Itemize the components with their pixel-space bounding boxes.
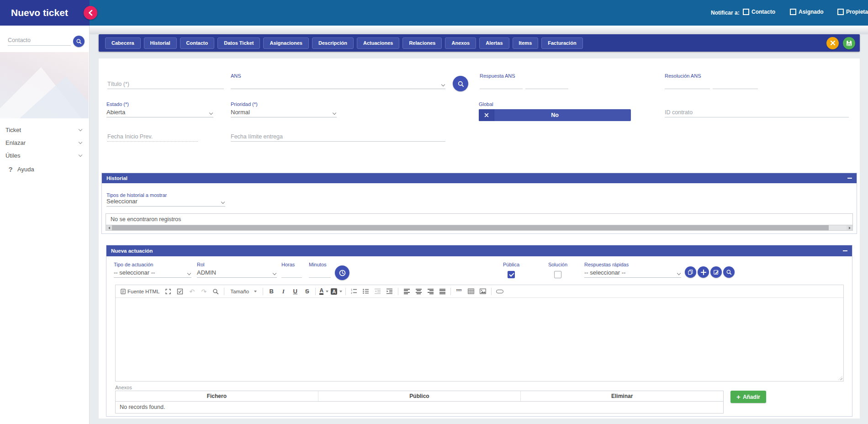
strikethrough-button[interactable]: S — [302, 286, 312, 297]
blockquote-button[interactable]: ”” — [454, 286, 464, 297]
collapse-icon[interactable] — [847, 176, 852, 180]
maximize-button[interactable] — [163, 286, 173, 297]
scrollbar-thumb[interactable] — [112, 225, 829, 230]
scroll-left-button[interactable] — [106, 225, 112, 230]
notify-contacto-option[interactable]: Contacto — [743, 9, 775, 15]
tab-datos-ticket[interactable]: Datos Ticket — [217, 37, 260, 49]
tab-contacto[interactable]: Contacto — [180, 37, 215, 49]
nueva-actuacion-header[interactable]: Nueva actuación — [106, 245, 852, 256]
tab-historial[interactable]: Historial — [144, 37, 177, 49]
contacto-checkbox[interactable] — [743, 9, 749, 15]
copy-button[interactable] — [685, 266, 696, 278]
justify-button[interactable] — [437, 286, 447, 297]
sidebar-item-ticket[interactable]: Ticket — [0, 123, 89, 136]
text-color-button[interactable]: A — [319, 286, 329, 297]
insert-image-button[interactable] — [478, 286, 488, 297]
tab-asignaciones[interactable]: Asignaciones — [263, 37, 309, 49]
sidebar-item-enlazar[interactable]: Enlazar — [0, 136, 89, 149]
prioridad-field: Prioridad (*) Normal — [231, 101, 337, 117]
select-all-button[interactable] — [175, 286, 185, 297]
titulo-input[interactable] — [107, 79, 224, 89]
sidebar-item-ayuda[interactable]: ? Ayuda — [0, 163, 89, 175]
collapse-icon[interactable] — [843, 249, 847, 253]
fecha-limite-input[interactable] — [231, 132, 445, 142]
contact-search-input[interactable] — [8, 35, 71, 46]
toolbar-separator — [224, 288, 224, 295]
horas-input[interactable] — [281, 268, 302, 278]
tab-items[interactable]: Items — [513, 37, 539, 49]
estado-select[interactable]: Abierta — [106, 107, 213, 117]
tab-facturacion[interactable]: Facturación — [541, 37, 582, 49]
insert-table-button[interactable] — [466, 286, 476, 297]
resolucion-ans-input-2[interactable] — [713, 79, 758, 89]
tab-relaciones[interactable]: Relaciones — [402, 37, 442, 49]
cancel-button[interactable] — [826, 37, 839, 49]
historial-panel-header[interactable]: Historial — [102, 173, 857, 183]
toolbar-separator — [450, 288, 451, 295]
respuesta-ans-input-1[interactable] — [480, 79, 523, 89]
undo-button[interactable]: ↶ — [187, 286, 197, 297]
contact-search-button[interactable] — [73, 36, 85, 47]
chevron-down-icon — [79, 140, 82, 143]
back-button[interactable] — [84, 6, 97, 20]
resolucion-ans-label: Resolución ANS — [665, 73, 761, 79]
bg-color-button[interactable]: A — [331, 286, 342, 297]
editor-toolbar: Fuente HTML ↶ ↷ — [116, 285, 843, 298]
id-contrato-input[interactable] — [665, 107, 849, 117]
add-attachment-button[interactable]: + Añadir — [730, 391, 766, 403]
source-button[interactable]: Fuente HTML — [118, 286, 161, 297]
publica-checkbox[interactable] — [508, 271, 515, 278]
ans-select[interactable] — [231, 79, 445, 89]
minutos-input[interactable] — [309, 268, 331, 278]
tab-anexos[interactable]: Anexos — [445, 37, 476, 49]
insert-link-button[interactable] — [495, 286, 505, 297]
align-center-button[interactable] — [413, 286, 423, 297]
horizontal-scrollbar[interactable] — [106, 225, 853, 231]
search-icon — [212, 288, 219, 295]
asignado-checkbox[interactable] — [790, 9, 796, 15]
prioridad-select[interactable]: Normal — [231, 107, 337, 117]
redo-button[interactable]: ↷ — [199, 286, 209, 297]
decrease-indent-button[interactable] — [373, 286, 383, 297]
search-actuacion-button[interactable] — [723, 266, 735, 278]
triangle-right-icon — [849, 227, 851, 229]
global-toggle[interactable]: No — [479, 109, 631, 121]
find-replace-button[interactable] — [211, 286, 221, 297]
propietario-checkbox[interactable] — [837, 9, 844, 15]
bulleted-list-button[interactable] — [361, 286, 371, 297]
fecha-inicio-input[interactable] — [107, 132, 198, 142]
historial-records: No se encontraron registros — [106, 213, 853, 231]
solucion-checkbox[interactable] — [554, 271, 561, 278]
bold-button[interactable]: B — [266, 286, 276, 297]
document-icon — [120, 288, 126, 295]
sidebar-item-utiles[interactable]: Útiles — [0, 149, 89, 162]
notify-asignado-option[interactable]: Asignado — [790, 9, 824, 15]
tab-actuaciones[interactable]: Actuaciones — [357, 37, 399, 49]
tab-alertas[interactable]: Alertas — [479, 37, 509, 49]
resize-handle[interactable] — [838, 376, 842, 380]
tab-descripcion[interactable]: Descripción — [312, 37, 354, 49]
edit-button[interactable] — [710, 266, 722, 278]
tab-cabecera[interactable]: Cabecera — [105, 37, 141, 49]
respuesta-ans-input-2[interactable] — [525, 79, 568, 89]
align-left-button[interactable] — [402, 286, 412, 297]
timer-button[interactable] — [335, 265, 349, 280]
respuestas-rapidas-select[interactable]: -- seleccionar -- — [584, 268, 681, 278]
rol-select[interactable]: ADMIN — [197, 268, 277, 278]
italic-button[interactable]: I — [278, 286, 288, 297]
tipo-actuacion-select[interactable]: -- seleccionar -- — [114, 268, 191, 278]
editor-content[interactable] — [116, 298, 843, 381]
add-actuacion-button[interactable] — [698, 266, 709, 278]
tipos-historial-select[interactable]: Seleccionar — [106, 198, 225, 207]
scroll-right-button[interactable] — [847, 225, 852, 230]
align-right-button[interactable] — [425, 286, 435, 297]
underline-button[interactable]: U — [290, 286, 300, 297]
resolucion-ans-input-1[interactable] — [665, 79, 710, 89]
save-button[interactable] — [843, 37, 855, 49]
notify-propietario-option[interactable]: Propietario — [837, 9, 868, 15]
column-publico: Público — [318, 391, 521, 401]
ans-search-button[interactable] — [453, 76, 468, 91]
numbered-list-button[interactable]: 12 — [349, 286, 359, 297]
increase-indent-button[interactable] — [385, 286, 395, 297]
font-size-dropdown[interactable]: Tamaño — [228, 286, 259, 297]
